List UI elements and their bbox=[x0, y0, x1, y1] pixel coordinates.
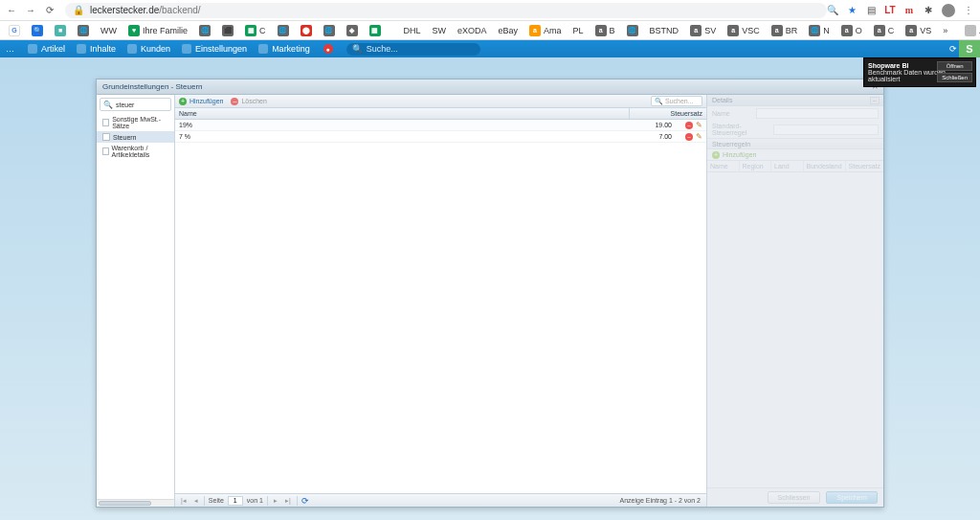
bookmark-item[interactable]: WW bbox=[98, 26, 120, 35]
chrome-menu-icon[interactable]: ⋮ bbox=[963, 5, 974, 16]
zoom-icon[interactable]: 🔍 bbox=[827, 5, 838, 16]
bookmark-item[interactable]: 🌐 bbox=[321, 25, 338, 36]
bookmark-item[interactable]: ▦ bbox=[367, 25, 384, 36]
bookmark-item[interactable]: aVSC bbox=[724, 25, 763, 36]
menu-kunden[interactable]: Kunden bbox=[122, 44, 176, 54]
grid-search[interactable]: 🔍Suchen... bbox=[651, 96, 702, 106]
table-row[interactable]: 7 %7.00–✎ bbox=[175, 131, 706, 143]
bookmark-item[interactable]: SW bbox=[430, 26, 450, 35]
rule-col[interactable]: Region bbox=[740, 161, 772, 171]
ext1-icon[interactable]: ▤ bbox=[865, 5, 877, 16]
bookmark-item[interactable]: 🌐 bbox=[75, 25, 92, 36]
bookmark-icon: 🌐 bbox=[323, 25, 335, 36]
star-icon[interactable]: ★ bbox=[846, 5, 858, 16]
bookmark-item[interactable]: eBay bbox=[496, 26, 522, 35]
pager-input[interactable] bbox=[228, 496, 243, 506]
add-button[interactable]: +Hinzufügen bbox=[179, 98, 223, 105]
bookmark-icon: a bbox=[874, 25, 885, 36]
bookmark-icon: a bbox=[529, 25, 541, 36]
tree-search[interactable]: 🔍 steuer bbox=[100, 98, 171, 111]
bookmark-item[interactable]: 🌐 bbox=[624, 25, 641, 36]
pager-last[interactable]: ▸| bbox=[283, 497, 293, 505]
rule-col[interactable]: Land bbox=[771, 161, 804, 171]
bookmark-item[interactable]: DHL bbox=[401, 26, 424, 35]
extensions-icon[interactable]: ✱ bbox=[923, 5, 934, 16]
table-row[interactable]: 19%19.00–✎ bbox=[175, 120, 706, 131]
menu-icon bbox=[28, 44, 37, 54]
menu-artikel[interactable]: Artikel bbox=[22, 44, 71, 54]
col-name[interactable]: Name bbox=[175, 108, 630, 119]
bookmark-item[interactable]: aB bbox=[592, 25, 618, 36]
toast-close-button[interactable]: Schließen bbox=[937, 73, 972, 82]
detail-name-input[interactable] bbox=[756, 108, 879, 119]
avatar-icon[interactable] bbox=[942, 4, 955, 17]
shopware-search[interactable]: 🔍Suche... bbox=[346, 43, 480, 56]
bookmark-item[interactable]: ■ bbox=[52, 25, 69, 36]
shopware-logo[interactable]: S bbox=[959, 40, 980, 57]
back-icon[interactable]: ← bbox=[6, 5, 17, 16]
bookmark-item[interactable]: 🌐 bbox=[196, 25, 213, 36]
rule-col[interactable]: Bundesland bbox=[804, 161, 846, 171]
bookmark-item[interactable]: eXODA bbox=[455, 26, 490, 35]
menu-einstellungen[interactable]: Einstellungen bbox=[176, 44, 253, 54]
ext-m-icon[interactable]: m bbox=[903, 5, 915, 16]
col-rate[interactable]: Steuersatz bbox=[630, 108, 706, 119]
bookmark-item[interactable]: BSTND bbox=[647, 26, 682, 35]
detail-save-button[interactable]: Speichern bbox=[826, 491, 878, 504]
rules-add-button[interactable]: Hinzufügen bbox=[723, 151, 756, 158]
bookmark-item[interactable]: » bbox=[940, 26, 950, 35]
menu-icon bbox=[182, 44, 191, 54]
bookmark-item[interactable]: aSV bbox=[687, 25, 719, 36]
tree-item[interactable]: Steuern bbox=[97, 131, 174, 143]
row-edit-icon[interactable]: ✎ bbox=[695, 122, 702, 129]
bookmark-item[interactable]: ⬤ bbox=[298, 25, 315, 36]
tree-item[interactable]: Sonstige MwSt.-Sätze bbox=[97, 114, 174, 131]
bookmark-item[interactable]: aO bbox=[838, 25, 865, 36]
collapse-icon[interactable]: – bbox=[870, 97, 880, 104]
row-delete-icon[interactable]: – bbox=[685, 133, 693, 141]
menu-marketing[interactable]: Marketing bbox=[253, 44, 316, 54]
forward-icon[interactable]: → bbox=[25, 5, 36, 16]
bookmark-item[interactable]: aAma bbox=[526, 25, 565, 36]
pager-prev[interactable]: ◂ bbox=[192, 497, 200, 505]
pager-next[interactable]: ▸ bbox=[272, 497, 279, 505]
row-edit-icon[interactable]: ✎ bbox=[695, 133, 702, 141]
bookmark-item[interactable]: aBR bbox=[768, 25, 801, 36]
detail-close-button[interactable]: Schliessen bbox=[768, 491, 821, 504]
minus-icon: – bbox=[231, 98, 238, 105]
bookmark-icon: G bbox=[9, 25, 20, 36]
bookmark-item[interactable]: ▦C bbox=[242, 25, 269, 36]
tree-item[interactable]: Warenkorb / Artikeldetails bbox=[97, 143, 174, 160]
detail-desc-input[interactable] bbox=[773, 124, 879, 135]
bookmark-item[interactable]: ♥Ihre Familie bbox=[125, 25, 190, 36]
bookmark-item[interactable]: G bbox=[6, 25, 23, 36]
bookmark-icon: ▦ bbox=[245, 25, 256, 36]
delete-button[interactable]: –Löschen bbox=[231, 98, 266, 105]
menu-inhalte[interactable]: Inhalte bbox=[71, 44, 122, 54]
bookmark-item[interactable]: PL bbox=[570, 26, 587, 35]
reload-icon[interactable]: ⟳ bbox=[44, 5, 56, 16]
notification-badge[interactable]: ● bbox=[323, 44, 333, 54]
bookmark-item[interactable]: 🔍 bbox=[29, 25, 46, 36]
bookmark-item[interactable]: 🌐N bbox=[806, 25, 833, 36]
pager-first[interactable]: |◂ bbox=[179, 497, 189, 505]
address-bar[interactable]: 🔒 leckerstecker.de/backend/ bbox=[65, 3, 827, 18]
bookmark-other[interactable]: Andere Lesezeichen bbox=[962, 25, 980, 36]
toast-notification: Shopware BI Benchmark Daten wurden aktua… bbox=[863, 57, 976, 87]
pager-refresh-icon[interactable]: ⟳ bbox=[301, 496, 309, 506]
rule-col[interactable]: Name bbox=[707, 161, 740, 171]
tree-scrollbar[interactable] bbox=[97, 499, 174, 507]
window-titlebar[interactable]: Grundeinstellungen - Steuern ✕ bbox=[97, 79, 883, 95]
rule-col[interactable]: Steuersatz bbox=[846, 161, 883, 171]
url-host: leckerstecker.de bbox=[90, 5, 159, 15]
bookmark-item[interactable]: 🌐 bbox=[275, 25, 292, 36]
toast-open-button[interactable]: Öffnen bbox=[937, 61, 972, 71]
bookmark-item[interactable]: aC bbox=[871, 25, 898, 36]
row-delete-icon[interactable]: – bbox=[685, 122, 693, 129]
bookmark-icon: 🌐 bbox=[627, 25, 638, 36]
bookmark-item[interactable]: ⬛ bbox=[219, 25, 236, 36]
bookmark-item[interactable]: ◈ bbox=[344, 25, 361, 36]
ext-lt-icon[interactable]: LT bbox=[884, 5, 896, 16]
reload-backend-icon[interactable]: ⟳ bbox=[949, 40, 957, 57]
bookmark-item[interactable]: aVS bbox=[902, 25, 934, 36]
